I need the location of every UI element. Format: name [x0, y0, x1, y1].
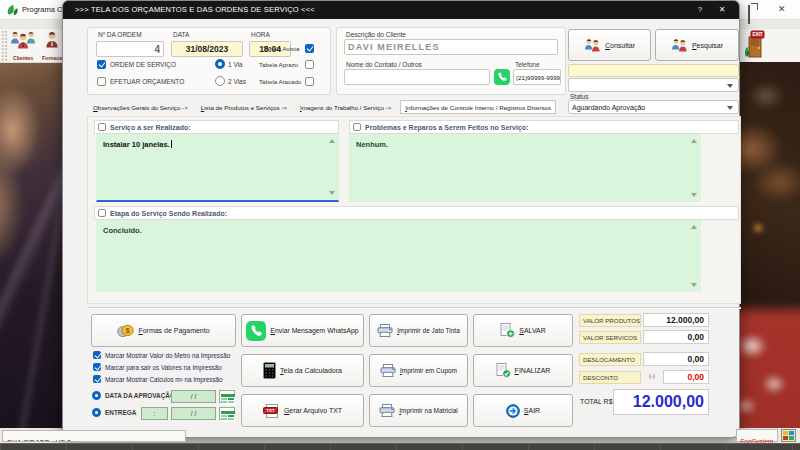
chevron-down-icon — [727, 106, 733, 110]
clients-icon — [10, 30, 36, 53]
restore-button[interactable] — [748, 6, 750, 24]
contact-input[interactable] — [344, 69, 490, 85]
print-inkjet-button[interactable]: Imprimir de Jato Tinta — [369, 314, 468, 347]
print-matrix-label: Imprimir na Matricial — [399, 407, 458, 414]
ordem-servico-label: ORDEM DE SERVIÇO — [110, 61, 176, 68]
total-row-value: 0,00 — [643, 352, 709, 366]
toolbar-button-clientes[interactable]: Clientes — [9, 29, 37, 63]
generate-txt-button[interactable]: TXT Gerar Arquivo TXT — [241, 394, 364, 427]
tabela-aprazo-checkbox[interactable] — [305, 60, 314, 69]
exit-dialog-button[interactable]: SAIR — [473, 394, 573, 427]
statusbar-logo-icon — [781, 429, 796, 442]
finalize-button[interactable]: FINALIZAR — [473, 354, 573, 387]
toolbar-label-clientes: Clientes — [9, 55, 37, 61]
calculator-button[interactable]: Tela da Calculadora — [241, 354, 364, 387]
payment-methods-button[interactable]: $ Formas de Pagamento — [91, 314, 236, 347]
svg-text:TXT: TXT — [266, 408, 275, 413]
tab-imagens[interactable]: Imagens do Trabalho / Serviço -> — [296, 101, 395, 113]
whatsapp-small-icon[interactable] — [494, 69, 510, 85]
exit-dialog-label: SAIR — [524, 407, 540, 414]
etapa-checkbox[interactable] — [98, 209, 106, 217]
status-combobox[interactable]: Aguardando Aprovação — [568, 100, 739, 114]
efetuar-orcamento-checkbox[interactable] — [97, 77, 106, 86]
delivery-bullet[interactable] — [92, 408, 101, 417]
total-row-value: 0,00 — [643, 330, 709, 344]
problemas-textarea[interactable]: Nenhum. — [349, 134, 701, 202]
screen: Programa OS S ✕ CADASTROS AG Clientes Fo… — [0, 0, 800, 450]
scroll-up-icon[interactable] — [329, 139, 335, 143]
scroll-down-icon[interactable] — [691, 283, 697, 287]
dialog-help-button[interactable]: ? — [693, 4, 707, 16]
tabela-atacado-checkbox[interactable] — [305, 77, 314, 86]
delivery-label: ENTREGA — [105, 409, 136, 416]
date-input[interactable]: 31/08/2023 — [171, 41, 243, 57]
finalize-label: FINALIZAR — [515, 367, 551, 374]
contact-label: Nome do Contato / Outros — [346, 61, 422, 68]
print-opt3-checkbox[interactable] — [93, 375, 101, 383]
calendar-icon — [221, 394, 235, 405]
approval-date-label: DATA DA APROVAÇÃO — [105, 392, 175, 399]
calculator-icon — [263, 362, 276, 379]
save-button[interactable]: SALVAR — [473, 314, 573, 347]
toolbar-gripper — [1, 30, 8, 62]
taskbar — [0, 443, 800, 450]
print-opt1-label: Marcar Mostrar Valor do Metro na Impress… — [105, 352, 230, 359]
coins-icon: $ — [117, 324, 134, 338]
phone-label: Telefone — [515, 61, 540, 68]
approval-date-input[interactable]: / / — [171, 390, 216, 403]
tab-controle-interno[interactable]: Informações de Controle Interno / Regist… — [400, 100, 556, 114]
phone-input[interactable]: (21)99999-9999 — [513, 69, 561, 85]
order-label: Nº DA ORDEM — [98, 31, 142, 38]
tab-lista-produtos[interactable]: Lista de Produtos e Serviços -> — [197, 101, 291, 113]
servico-text: Instalar 10 janelas. — [103, 140, 172, 149]
approval-date-bullet[interactable] — [92, 391, 101, 400]
client-input[interactable]: DAVI MEIRELLES — [344, 39, 558, 55]
delivery-date-input[interactable]: / / — [171, 407, 216, 420]
etapa-textarea[interactable]: Concluido. — [96, 220, 701, 292]
dialog-titlebar: >>> TELA DOS ORÇAMENTOS E DAS ORDENS DE … — [63, 1, 739, 19]
print-receipt-label: Imprimir em Cupom — [400, 367, 457, 374]
ordem-servico-checkbox[interactable] — [97, 60, 106, 69]
dialog-title: >>> TELA DOS ORÇAMENTOS E DAS ORDENS DE … — [75, 5, 315, 14]
tabela-avista-checkbox[interactable] — [305, 44, 314, 53]
save-plus-icon — [500, 323, 515, 338]
whatsapp-message-label: Enviar Mensagem WhatsApp — [270, 327, 358, 334]
via1-radio[interactable] — [215, 59, 225, 69]
scroll-down-icon[interactable] — [329, 191, 335, 195]
toolbar-button-exit[interactable]: EXIT — [742, 30, 766, 59]
print-matrix-button[interactable]: Imprimir na Matricial — [369, 394, 468, 427]
window-close-button[interactable]: ✕ — [778, 4, 786, 14]
print-opt3-label: Marcar Mostrar Calculos m² na Impressão — [105, 376, 223, 383]
via2-radio[interactable] — [215, 76, 225, 86]
print-opt1-checkbox[interactable] — [93, 351, 101, 359]
extra-combobox[interactable] — [568, 78, 739, 92]
servico-label: Serviço a ser Realizado: — [110, 124, 191, 131]
search-button[interactable]: Pesquisar — [655, 29, 739, 61]
text-caret — [171, 140, 172, 148]
exit-sign-text: EXIT — [752, 32, 762, 37]
consult-button[interactable]: Consultar — [568, 29, 651, 61]
hour-label: HORA — [251, 31, 270, 38]
problemas-checkbox[interactable] — [353, 123, 361, 131]
extra-field[interactable] — [568, 64, 739, 77]
approval-calendar-button[interactable] — [219, 390, 235, 403]
dialog-close-button[interactable]: ✕ — [715, 4, 729, 16]
print-opt2-checkbox[interactable] — [93, 363, 101, 371]
consult-people-icon — [584, 38, 601, 53]
delivery-calendar-button[interactable] — [219, 407, 235, 420]
servico-checkbox[interactable] — [98, 123, 106, 131]
tab-observacoes[interactable]: Observações Gerais do Serviço -> — [89, 101, 192, 113]
search-button-label: Pesquisar — [692, 42, 723, 49]
txt-file-icon: TXT — [263, 404, 280, 418]
scroll-down-icon[interactable] — [691, 193, 697, 197]
whatsapp-message-button[interactable]: Enviar Mensagem WhatsApp — [241, 314, 364, 347]
servico-textarea[interactable]: Instalar 10 janelas. — [96, 134, 339, 202]
scroll-up-icon[interactable] — [691, 139, 697, 143]
order-input[interactable]: 4 — [96, 41, 164, 57]
print-receipt-button[interactable]: Imprimir em Cupom — [369, 354, 468, 387]
generate-txt-label: Gerar Arquivo TXT — [284, 407, 342, 414]
scroll-up-icon[interactable] — [691, 225, 697, 229]
via1-label: 1 Via — [228, 61, 243, 68]
delivery-time-input[interactable]: : — [141, 407, 168, 420]
total-row-value: 0,00 — [663, 370, 709, 384]
